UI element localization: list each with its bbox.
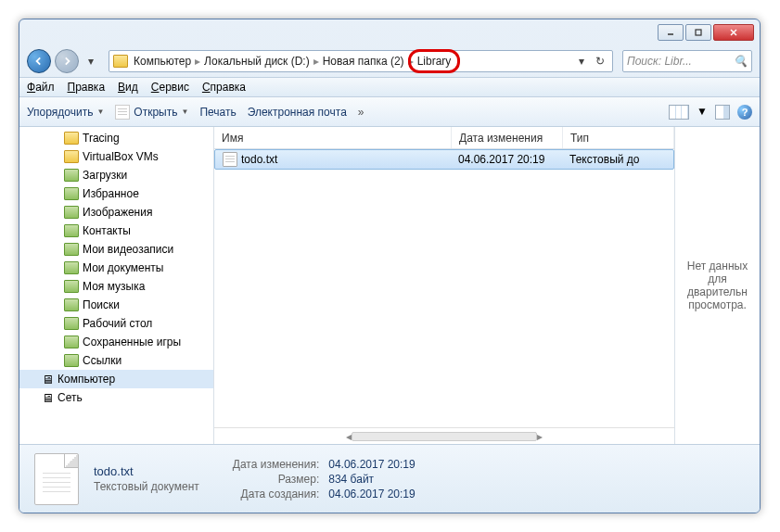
sidebar-item-label: Рабочий стол <box>83 317 152 330</box>
maximize-button[interactable] <box>685 24 711 41</box>
menu-help[interactable]: Справка <box>202 81 246 94</box>
special-icon <box>64 187 79 200</box>
address-bar[interactable]: Компьютер ▸ Локальный диск (D:) ▸ Новая … <box>109 50 613 72</box>
view-mode-button[interactable] <box>669 105 689 120</box>
search-input[interactable]: Поиск: Libr... 🔍 <box>622 50 752 72</box>
special-icon <box>64 317 79 330</box>
address-dropdown[interactable]: ▾ <box>573 53 590 70</box>
sidebar-item[interactable]: Контакты <box>19 222 213 240</box>
sidebar-item-label: Tracing <box>83 132 120 145</box>
sidebar-item-label: Поиски <box>83 298 120 311</box>
sidebar-item[interactable]: 🖥Компьютер <box>19 370 213 388</box>
file-date: 04.06.2017 20:19 <box>451 153 562 166</box>
breadcrumb-item[interactable]: Новая папка (2) <box>321 55 406 68</box>
folder-icon <box>113 55 128 68</box>
breadcrumb-item[interactable]: Компьютер <box>132 55 193 68</box>
refresh-button[interactable]: ↻ <box>592 53 608 70</box>
file-row[interactable]: todo.txt04.06.2017 20:19Текстовый до <box>214 149 674 170</box>
document-icon <box>115 105 130 120</box>
preview-empty-text: Нет данных для дварительн просмотра. <box>683 260 752 311</box>
sidebar-item[interactable]: 🖥Сеть <box>19 388 213 407</box>
menu-file[interactable]: Файл <box>27 81 55 94</box>
sidebar-item-label: Контакты <box>83 224 131 237</box>
prop-label: Размер: <box>233 473 320 486</box>
organize-button[interactable]: Упорядочить▼ <box>27 106 104 119</box>
explorer-window: ▾ Компьютер ▸ Локальный диск (D:) ▸ Нова… <box>19 19 761 513</box>
breadcrumb-item[interactable]: Локальный диск (D:) <box>202 55 312 68</box>
sidebar-item-label: VirtualBox VMs <box>83 150 159 163</box>
file-name: todo.txt <box>241 153 277 166</box>
prop-value: 834 байт <box>328 473 415 486</box>
sidebar-item-label: Избранное <box>83 187 139 200</box>
sidebar-item[interactable]: Рабочий стол <box>19 314 213 333</box>
column-date[interactable]: Дата изменения <box>452 127 563 148</box>
chevron-right-icon[interactable]: ▸ <box>312 55 321 68</box>
sidebar-item[interactable]: Ссылки <box>19 351 213 370</box>
titlebar <box>19 19 760 45</box>
print-button[interactable]: Печать <box>199 106 236 119</box>
details-filetype: Текстовый документ <box>94 480 199 493</box>
special-icon <box>64 298 79 311</box>
folder-tree[interactable]: TracingVirtualBox VMsЗагрузкиИзбранноеИз… <box>19 127 213 444</box>
menu-edit[interactable]: Правка <box>68 81 106 94</box>
sidebar-item[interactable]: Мои документы <box>19 259 213 277</box>
search-placeholder: Поиск: Libr... <box>627 55 692 68</box>
column-type[interactable]: Тип <box>563 127 674 148</box>
close-button[interactable] <box>713 24 754 41</box>
open-button[interactable]: Открыть▼ <box>115 105 188 120</box>
menu-bar: Файл Правка Вид Сервис Справка <box>19 77 760 97</box>
special-icon <box>64 206 79 219</box>
forward-button[interactable] <box>55 49 79 73</box>
sidebar-item-label: Загрузки <box>83 169 127 182</box>
content-area: TracingVirtualBox VMsЗагрузкиИзбранноеИз… <box>19 127 760 444</box>
file-list[interactable]: todo.txt04.06.2017 20:19Текстовый до <box>214 149 674 427</box>
special-icon <box>64 336 79 348</box>
sidebar-item[interactable]: Избранное <box>19 184 213 203</box>
prop-label: Дата изменения: <box>233 458 320 471</box>
email-button[interactable]: Электронная почта <box>248 106 347 119</box>
help-button[interactable]: ? <box>737 105 752 120</box>
minimize-button[interactable] <box>658 24 684 41</box>
chevron-right-icon[interactable]: ▸ <box>193 55 202 68</box>
column-headers: Имя Дата изменения Тип <box>214 127 674 149</box>
horizontal-scrollbar[interactable]: ◂ ▸ <box>214 427 674 444</box>
prop-label: Дата создания: <box>233 488 320 500</box>
special-icon <box>64 243 79 256</box>
svg-rect-1 <box>696 30 701 35</box>
sidebar-item-label: Ссылки <box>83 354 121 367</box>
details-filename: todo.txt <box>94 464 199 478</box>
sidebar-item[interactable]: Tracing <box>19 129 213 147</box>
file-type: Текстовый до <box>562 153 673 166</box>
sidebar-item[interactable]: Изображения <box>19 203 213 222</box>
sidebar-item-label: Компьютер <box>58 373 115 386</box>
sidebar-item[interactable]: Поиски <box>19 296 213 314</box>
sidebar-item-label: Изображения <box>83 206 152 219</box>
menu-tools[interactable]: Сервис <box>151 81 189 94</box>
toolbar-overflow[interactable]: » <box>358 106 364 119</box>
file-type-icon <box>34 453 79 505</box>
folder-icon <box>64 150 79 163</box>
text-file-icon <box>223 152 237 167</box>
nav-history-dropdown[interactable]: ▾ <box>83 53 99 70</box>
comp-icon: 🖥 <box>42 373 54 386</box>
prop-value: 04.06.2017 20:19 <box>328 458 415 471</box>
column-name[interactable]: Имя <box>214 127 452 148</box>
navigation-pane: TracingVirtualBox VMsЗагрузкиИзбранноеИз… <box>19 127 214 444</box>
folder-icon <box>64 132 79 145</box>
sidebar-item[interactable]: Моя музыка <box>19 277 213 296</box>
nav-bar: ▾ Компьютер ▸ Локальный диск (D:) ▸ Нова… <box>19 45 760 77</box>
back-button[interactable] <box>27 49 51 73</box>
sidebar-item[interactable]: Мои видеозаписи <box>19 240 213 259</box>
special-icon <box>64 224 79 237</box>
menu-view[interactable]: Вид <box>118 81 138 94</box>
sidebar-item[interactable]: Загрузки <box>19 166 213 184</box>
comp-icon: 🖥 <box>42 391 54 405</box>
sidebar-item-label: Сеть <box>58 391 83 404</box>
breadcrumb-item-current[interactable]: Library <box>416 55 454 68</box>
view-dropdown[interactable]: ▼ <box>697 105 708 120</box>
preview-pane-button[interactable] <box>715 105 730 120</box>
special-icon <box>64 280 79 293</box>
sidebar-item[interactable]: VirtualBox VMs <box>19 147 213 166</box>
sidebar-item-label: Мои видеозаписи <box>83 243 173 256</box>
sidebar-item[interactable]: Сохраненные игры <box>19 333 213 351</box>
